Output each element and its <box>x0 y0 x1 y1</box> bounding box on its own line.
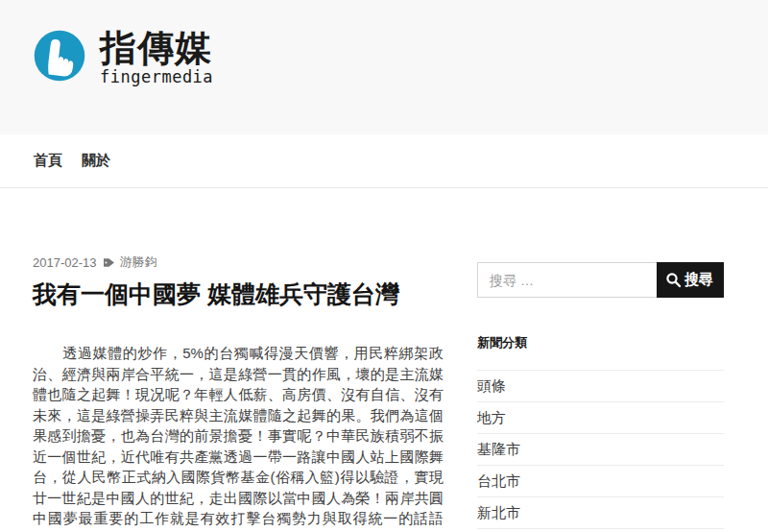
category-link-newtaipei[interactable]: 新北市 <box>477 504 520 520</box>
category-list: 頭條 地方 基隆市 台北市 新北市 桃園市 <box>477 370 724 532</box>
entry-body: 透過媒體的炒作，5%的台獨喊得漫天價響，用民粹綁架政治、經濟與兩岸合平統一，這是… <box>33 343 444 532</box>
entry-title: 我有一個中國夢 媒體雄兵守護台灣 <box>33 279 444 308</box>
list-item: 桃園市 <box>477 528 724 532</box>
category-link-local[interactable]: 地方 <box>477 409 506 425</box>
nav-item-home[interactable]: 首頁 <box>34 152 62 170</box>
list-item: 頭條 <box>477 370 724 401</box>
sidebar: 搜尋 新聞分類 頭條 地方 基隆市 台北市 新北市 桃園市 <box>477 188 724 532</box>
primary-nav: 首頁 關於 <box>0 134 768 188</box>
search-icon <box>665 272 682 288</box>
site-header: 指傳媒 fingermedia <box>0 0 768 134</box>
search-button-label: 搜尋 <box>684 271 713 289</box>
entry-author-link[interactable]: 游勝鈞 <box>120 254 157 271</box>
entry-date: 2017-02-13 <box>33 255 97 270</box>
category-link-taipei[interactable]: 台北市 <box>477 472 520 489</box>
categories-widget: 新聞分類 頭條 地方 基隆市 台北市 新北市 桃園市 <box>477 334 724 532</box>
site-title-en: fingermedia <box>100 69 213 85</box>
site-title: 指傳媒 fingermedia <box>100 28 213 85</box>
article: 2017-02-13 游勝鈞 我有一個中國夢 媒體雄兵守護台灣 透過媒體的炒作，… <box>33 188 444 532</box>
category-link-headline[interactable]: 頭條 <box>477 377 506 394</box>
site-title-zh: 指傳媒 <box>100 28 212 68</box>
tag-icon <box>103 256 115 269</box>
list-item: 台北市 <box>477 465 724 496</box>
finger-logo-icon <box>32 28 87 84</box>
categories-widget-title: 新聞分類 <box>477 334 724 351</box>
category-link-keelung[interactable]: 基隆市 <box>477 441 520 457</box>
list-item: 基隆市 <box>477 433 724 465</box>
nav-item-about[interactable]: 關於 <box>82 152 110 170</box>
search-form: 搜尋 <box>477 262 724 298</box>
search-button[interactable]: 搜尋 <box>657 262 724 298</box>
site-logo-link[interactable]: 指傳媒 fingermedia <box>32 28 213 85</box>
entry-meta: 2017-02-13 游勝鈞 <box>33 254 444 271</box>
list-item: 新北市 <box>477 496 724 528</box>
list-item: 地方 <box>477 401 724 433</box>
content-area: 2017-02-13 游勝鈞 我有一個中國夢 媒體雄兵守護台灣 透過媒體的炒作，… <box>0 188 768 532</box>
